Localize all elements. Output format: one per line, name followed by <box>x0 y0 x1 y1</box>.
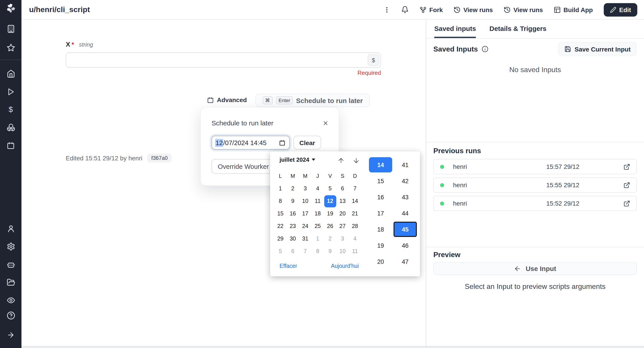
calendar-day[interactable]: 4 <box>312 182 324 195</box>
sidebar-item-runs[interactable] <box>0 84 22 99</box>
use-input-button[interactable]: Use Input <box>433 262 637 275</box>
info-icon[interactable] <box>482 46 488 52</box>
minute-option[interactable]: 46 <box>394 237 417 254</box>
bell-icon[interactable] <box>401 6 409 14</box>
calendar-day[interactable]: 23 <box>287 220 299 232</box>
schedule-to-run-later-button[interactable]: ⌘ Enter Schedule to run later <box>255 94 370 107</box>
calendar-day[interactable]: 30 <box>287 232 299 245</box>
hour-option[interactable]: 18 <box>369 221 392 237</box>
next-month-button[interactable] <box>351 155 361 165</box>
minute-option[interactable]: 42 <box>394 173 417 189</box>
hour-option[interactable]: 20 <box>369 254 392 270</box>
datetime-input[interactable]: 12/07/2024 14:45 <box>212 136 290 150</box>
calendar-day[interactable]: 21 <box>349 207 361 220</box>
save-current-input-button[interactable]: Save Current Input <box>558 42 637 56</box>
calendar-day[interactable]: 8 <box>274 195 287 207</box>
hour-option[interactable]: 17 <box>369 205 392 221</box>
sidebar-expand-button[interactable] <box>0 327 22 343</box>
minute-option[interactable]: 43 <box>394 189 417 205</box>
version-hash-badge[interactable]: f367a0 <box>147 154 172 162</box>
calendar-day[interactable]: 6 <box>287 245 299 258</box>
sidebar-item-variables[interactable]: $ <box>0 102 22 117</box>
calendar-day[interactable]: 29 <box>274 232 287 245</box>
sidebar-item-schedules[interactable] <box>0 138 22 153</box>
minute-option[interactable]: 41 <box>394 157 417 173</box>
calendar-day[interactable]: 26 <box>324 220 336 232</box>
windmill-logo[interactable] <box>0 0 22 16</box>
run-row[interactable]: henri15:57 29/12 <box>433 159 637 174</box>
run-row[interactable]: henri15:55 29/12 <box>433 177 637 193</box>
build-app-button[interactable]: Build App <box>554 6 593 13</box>
sidebar-item-settings[interactable] <box>0 239 22 254</box>
calendar-day[interactable]: 22 <box>274 220 287 232</box>
hour-option[interactable]: 15 <box>369 173 392 189</box>
month-selector[interactable]: juillet 2024 <box>280 156 316 163</box>
calendar-clear-link[interactable]: Effacer <box>280 263 297 269</box>
minute-option[interactable]: 47 <box>394 254 417 270</box>
string-field-input[interactable]: $ <box>66 52 381 68</box>
previous-month-button[interactable] <box>336 155 346 165</box>
view-runs-button-2[interactable]: View runs <box>504 6 543 13</box>
run-row[interactable]: henri15:52 29/12 <box>433 196 637 211</box>
calendar-day[interactable]: 7 <box>299 245 312 258</box>
tab-saved-inputs[interactable]: Saved inputs <box>434 20 476 38</box>
calendar-day[interactable]: 1 <box>274 182 287 195</box>
sidebar-item-workspace[interactable] <box>0 22 22 37</box>
calendar-day[interactable]: 10 <box>299 195 312 207</box>
tab-details-triggers[interactable]: Details & Triggers <box>490 20 546 38</box>
calendar-day[interactable]: 5 <box>274 245 287 258</box>
calendar-day[interactable]: 4 <box>349 232 361 245</box>
hour-option-selected[interactable]: 14 <box>369 157 392 173</box>
calendar-day[interactable]: 11 <box>312 195 324 207</box>
calendar-day[interactable]: 2 <box>324 232 336 245</box>
view-runs-button-1[interactable]: View runs <box>454 6 493 13</box>
calendar-day[interactable]: 31 <box>299 232 312 245</box>
calendar-day-selected[interactable]: 12 <box>324 195 336 207</box>
hour-option[interactable]: 19 <box>369 237 392 254</box>
minute-option[interactable]: 44 <box>394 205 417 221</box>
sidebar-item-audit-logs[interactable] <box>0 292 22 308</box>
variable-picker-button[interactable]: $ <box>368 54 379 66</box>
close-icon[interactable] <box>322 120 329 126</box>
date-segment-rest[interactable]: /07/2024 14:45 <box>223 139 266 146</box>
advanced-button[interactable]: Advanced <box>207 94 247 106</box>
calendar-day[interactable]: 14 <box>349 195 361 207</box>
calendar-day[interactable]: 11 <box>349 245 361 258</box>
sidebar-item-workers[interactable] <box>0 257 22 272</box>
calendar-day[interactable]: 16 <box>287 207 299 220</box>
sidebar-item-home[interactable] <box>0 66 22 82</box>
external-link-icon[interactable] <box>624 163 630 170</box>
sidebar-item-folders[interactable] <box>0 275 22 290</box>
sidebar-item-favorites[interactable] <box>0 40 22 56</box>
minute-option-selected[interactable]: 45 <box>394 221 417 237</box>
calendar-today-link[interactable]: Aujourd'hui <box>331 263 359 269</box>
calendar-day[interactable]: 17 <box>299 207 312 220</box>
calendar-day[interactable]: 7 <box>349 182 361 195</box>
calendar-day[interactable]: 28 <box>349 220 361 232</box>
calendar-picker-icon[interactable] <box>279 139 285 146</box>
calendar-day[interactable]: 3 <box>336 232 349 245</box>
calendar-day[interactable]: 9 <box>287 195 299 207</box>
fork-button[interactable]: Fork <box>420 6 443 13</box>
calendar-day[interactable]: 25 <box>312 220 324 232</box>
calendar-day[interactable]: 13 <box>336 195 349 207</box>
kebab-menu-icon[interactable] <box>383 6 390 13</box>
calendar-day[interactable]: 2 <box>287 182 299 195</box>
external-link-icon[interactable] <box>624 182 630 188</box>
calendar-day[interactable]: 8 <box>312 245 324 258</box>
calendar-day[interactable]: 5 <box>324 182 336 195</box>
calendar-day[interactable]: 20 <box>336 207 349 220</box>
clear-button[interactable]: Clear <box>294 136 321 150</box>
calendar-day[interactable]: 3 <box>299 182 312 195</box>
calendar-day[interactable]: 24 <box>299 220 312 232</box>
calendar-day[interactable]: 9 <box>324 245 336 258</box>
date-segment-selected[interactable]: 12 <box>215 139 223 147</box>
edit-button[interactable]: Edit <box>604 3 637 16</box>
sidebar-item-users[interactable] <box>0 221 22 236</box>
calendar-day[interactable]: 19 <box>324 207 336 220</box>
calendar-day[interactable]: 1 <box>312 232 324 245</box>
calendar-day[interactable]: 27 <box>336 220 349 232</box>
sidebar-item-help[interactable] <box>0 308 22 323</box>
calendar-day[interactable]: 6 <box>336 182 349 195</box>
sidebar-item-resources[interactable] <box>0 120 22 135</box>
